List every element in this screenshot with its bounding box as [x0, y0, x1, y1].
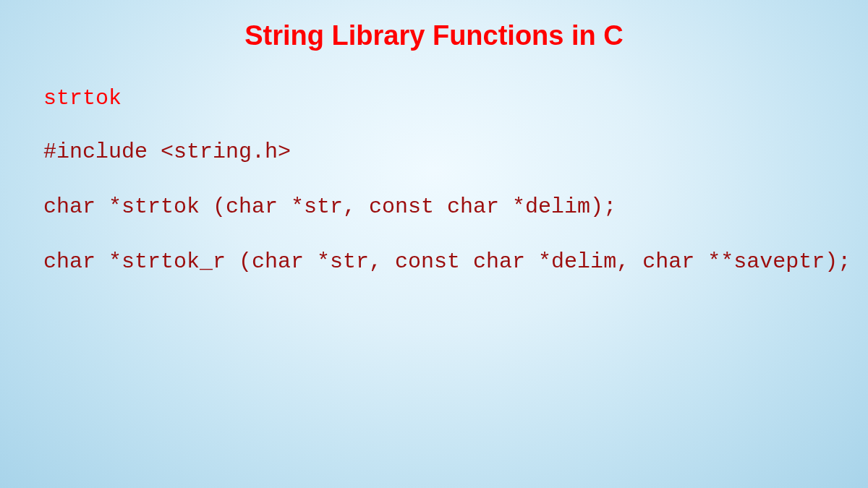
include-directive: #include <string.h>	[43, 140, 825, 164]
slide-container: String Library Functions in C strtok #in…	[0, 0, 868, 488]
slide-title: String Library Functions in C	[43, 20, 825, 51]
prototype-strtok-r: char *strtok_r (char *str, const char *d…	[43, 249, 825, 274]
function-name: strtok	[43, 86, 825, 111]
prototype-strtok: char *strtok (char *str, const char *del…	[43, 194, 825, 219]
